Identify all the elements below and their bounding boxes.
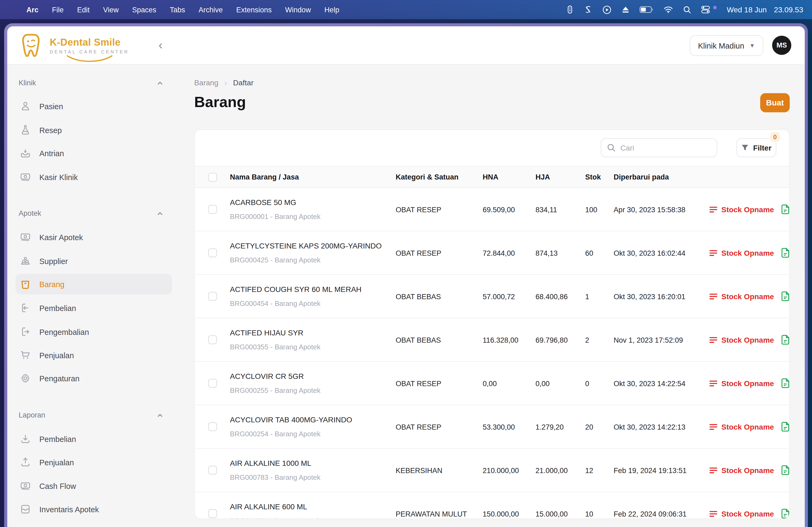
eject-icon[interactable] xyxy=(622,5,630,14)
table-row[interactable]: ACETYLCYSTEINE KAPS 200MG-YARINDOBRG0004… xyxy=(195,231,789,275)
col-kategori[interactable]: Kategori & Satuan xyxy=(392,173,478,181)
spotlight-search-icon[interactable] xyxy=(683,5,692,14)
table-row[interactable]: ACTIFED COUGH SYR 60 ML MERAHBRG000454 -… xyxy=(195,275,789,318)
item-updated: Okt 30, 2023 16:02:44 xyxy=(610,249,704,257)
item-code: BRG000255 - Barang Apotek xyxy=(230,387,392,394)
item-category: OBAT BEBAS xyxy=(392,336,478,344)
keyboard-input-icon[interactable] xyxy=(566,5,574,14)
macos-menu-bar: Arc File Edit View Spaces Tabs Archive E… xyxy=(0,0,812,19)
menu-item-edit[interactable]: Edit xyxy=(77,5,90,14)
battery-icon[interactable] xyxy=(640,5,654,14)
search-box[interactable] xyxy=(601,138,717,157)
row-checkbox[interactable] xyxy=(208,422,217,431)
table-row[interactable]: AIR ALKALINE 600 MLBRG000784 - Barang Ap… xyxy=(195,492,789,519)
sidebar-item-inventaris-apotek[interactable]: Inventaris Apotek xyxy=(16,499,172,520)
sidebar-item-pembelian[interactable]: Pembelian xyxy=(16,298,172,318)
sidebar-item-penjualan[interactable]: Penjualan xyxy=(16,345,172,365)
filter-button[interactable]: Filter xyxy=(736,138,776,157)
sidebar-item-pengaturan[interactable]: Pengaturan xyxy=(16,368,172,389)
table-row[interactable]: ACYCLOVIR CR 5GRBRG000255 - Barang Apote… xyxy=(195,362,789,405)
menu-item-spaces[interactable]: Spaces xyxy=(132,5,156,14)
document-icon[interactable] xyxy=(781,248,789,258)
table-row[interactable]: AIR ALKALINE 1000 MLBRG000783 - Barang A… xyxy=(195,449,789,492)
table-header: Nama Barang / Jasa Kategori & Satuan HNA… xyxy=(195,166,789,188)
document-icon[interactable] xyxy=(781,378,789,388)
col-stok[interactable]: Stok xyxy=(581,173,610,181)
row-checkbox[interactable] xyxy=(208,466,217,475)
sidebar-item-laporan-penjualan[interactable]: Penjualan xyxy=(16,452,172,472)
menu-item-archive[interactable]: Archive xyxy=(199,5,222,14)
document-icon[interactable] xyxy=(781,509,789,519)
col-diperbarui[interactable]: Diperbarui pada xyxy=(610,173,704,181)
breadcrumb-daftar[interactable]: Daftar xyxy=(233,79,253,87)
stock-opname-link[interactable]: Stock Opname xyxy=(709,249,774,257)
list-icon xyxy=(709,467,718,474)
section-label-klinik[interactable]: Klinik xyxy=(18,79,36,87)
table-row[interactable]: ACARBOSE 50 MGBRG000001 - Barang Apotek … xyxy=(195,188,789,231)
table-row[interactable]: ACYCLOVIR TAB 400MG-YARINDOBRG000254 - B… xyxy=(195,405,789,449)
clinic-selector[interactable]: Klinik Madiun ▼ xyxy=(690,35,764,56)
wifi-icon[interactable] xyxy=(664,5,673,14)
sidebar-item-kasir-klinik[interactable]: Kasir Klinik xyxy=(16,167,172,187)
select-all-checkbox[interactable] xyxy=(208,172,217,181)
sidebar-item-cash-flow[interactable]: Cash Flow xyxy=(16,476,172,496)
row-checkbox[interactable] xyxy=(208,509,217,518)
col-hna[interactable]: HNA xyxy=(478,173,532,181)
stock-opname-link[interactable]: Stock Opname xyxy=(709,423,774,431)
section-label-apotek[interactable]: Apotek xyxy=(18,209,41,217)
stock-opname-link[interactable]: Stock Opname xyxy=(709,205,774,214)
sidebar-item-antrian[interactable]: Antrian xyxy=(16,143,172,163)
screen: Arc File Edit View Spaces Tabs Archive E… xyxy=(0,0,812,527)
chevron-up-icon[interactable] xyxy=(156,210,163,217)
row-checkbox[interactable] xyxy=(208,379,217,388)
stock-opname-link[interactable]: Stock Opname xyxy=(709,292,774,301)
menu-item-file[interactable]: File xyxy=(52,5,64,14)
brand-logo[interactable]: K-Dental Smile DENTAL CARE CENTER xyxy=(21,32,129,59)
create-button[interactable]: Buat xyxy=(760,93,790,112)
sidebar-collapse-icon[interactable]: ‹ xyxy=(158,39,162,51)
menu-item-window[interactable]: Window xyxy=(285,5,311,14)
document-icon[interactable] xyxy=(781,205,789,214)
chevron-up-icon[interactable] xyxy=(156,412,163,419)
menu-item-extensions[interactable]: Extensions xyxy=(236,5,272,14)
row-checkbox[interactable] xyxy=(208,205,217,214)
menu-item-help[interactable]: Help xyxy=(324,5,339,14)
sidebar-item-resep[interactable]: Resep xyxy=(16,119,172,140)
app-window: K-Dental Smile DENTAL CARE CENTER ‹ Klin… xyxy=(4,23,808,527)
document-icon[interactable] xyxy=(781,335,789,345)
document-icon[interactable] xyxy=(781,422,789,432)
sidebar-item-pasien[interactable]: Pasien xyxy=(16,96,172,117)
col-hja[interactable]: HJA xyxy=(532,173,581,181)
sidebar-item-kasir-apotek[interactable]: Kasir Apotek xyxy=(16,227,172,247)
item-updated: Nov 1, 2023 17:52:09 xyxy=(610,336,704,344)
stock-opname-link[interactable]: Stock Opname xyxy=(709,379,774,388)
col-nama[interactable]: Nama Barang / Jasa xyxy=(226,173,392,181)
menu-item-arc[interactable]: Arc xyxy=(26,5,39,14)
sidebar-item-laporan-pembelian[interactable]: Pembelian xyxy=(16,428,172,449)
menu-item-tabs[interactable]: Tabs xyxy=(170,5,185,14)
sidebar-item-barang[interactable]: Barang xyxy=(16,274,172,295)
document-icon[interactable] xyxy=(781,465,789,475)
play-icon[interactable] xyxy=(603,5,612,14)
row-checkbox[interactable] xyxy=(208,335,217,344)
control-center-icon[interactable] xyxy=(701,5,710,14)
row-checkbox[interactable] xyxy=(208,249,217,257)
clip-utility-icon[interactable] xyxy=(584,5,593,14)
menubar-clock[interactable]: Wed 18 Jun23.09.53 xyxy=(727,5,803,14)
sidebar-item-pengembalian[interactable]: Pengembalian xyxy=(16,321,172,342)
section-label-laporan[interactable]: Laporan xyxy=(18,411,45,419)
avatar[interactable]: MS xyxy=(772,36,791,55)
row-checkbox[interactable] xyxy=(208,292,217,301)
stock-opname-link[interactable]: Stock Opname xyxy=(709,466,774,475)
menu-item-view[interactable]: View xyxy=(103,5,119,14)
sidebar-item-supplier[interactable]: Supplier xyxy=(16,250,172,271)
stock-opname-link[interactable]: Stock Opname xyxy=(709,336,774,344)
item-hna: 69.509,00 xyxy=(478,205,532,214)
table-row[interactable]: ACTIFED HIJAU SYRBRG000355 - Barang Apot… xyxy=(195,318,789,362)
search-input[interactable] xyxy=(620,144,711,152)
item-hna: 210.000,00 xyxy=(478,466,532,475)
stock-opname-link[interactable]: Stock Opname xyxy=(709,510,774,518)
document-icon[interactable] xyxy=(781,291,789,301)
chevron-up-icon[interactable] xyxy=(156,80,163,87)
breadcrumb-barang[interactable]: Barang xyxy=(194,79,218,87)
